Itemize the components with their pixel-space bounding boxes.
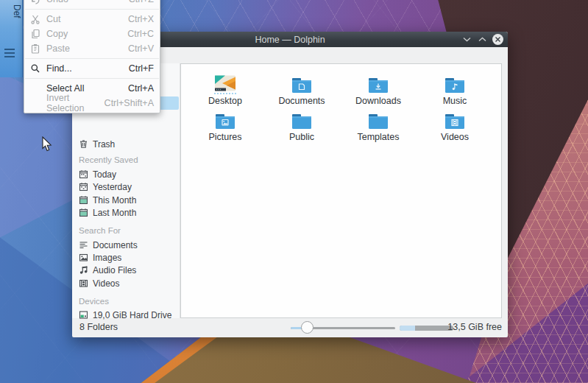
- folder-count: 8 Folders: [79, 322, 118, 332]
- section-devices: Devices: [79, 295, 109, 307]
- place-today[interactable]: Today: [79, 168, 116, 180]
- zoom-slider-handle[interactable]: [301, 321, 314, 334]
- menu-item-copy: Copy Ctrl+C: [24, 27, 160, 41]
- folder-view[interactable]: Desktop Documents Downloads: [180, 63, 502, 318]
- place-this-month[interactable]: This Month: [79, 194, 136, 206]
- folder-label: Desktop: [208, 96, 242, 106]
- item-public[interactable]: Public: [263, 110, 340, 146]
- calendar-icon: [79, 169, 88, 179]
- film-icon: [79, 278, 88, 288]
- menu-separator: [25, 58, 159, 59]
- menu-separator: [25, 78, 159, 79]
- undo-icon: [29, 0, 41, 4]
- folder-grid: Desktop Documents Downloads: [187, 74, 493, 146]
- item-pictures[interactable]: Pictures: [187, 110, 263, 146]
- item-templates[interactable]: Templates: [340, 110, 417, 146]
- free-space: 13,5 GiB free: [447, 322, 502, 332]
- folder-label: Public: [289, 132, 314, 142]
- menu-item-paste: Paste Ctrl+V: [24, 41, 160, 56]
- trash-icon: [79, 139, 88, 149]
- menu-item-find[interactable]: Find... Ctrl+F: [24, 61, 160, 76]
- desktop: Def Home — Dolphin ❯ Home: [0, 0, 588, 383]
- item-downloads[interactable]: Downloads: [340, 74, 417, 110]
- search-images[interactable]: Images: [79, 251, 121, 264]
- menu-item-cut: Cut Ctrl+X: [24, 12, 160, 27]
- place-yesterday[interactable]: Yesterday: [79, 180, 132, 193]
- folder-music-icon: [444, 75, 465, 94]
- item-music[interactable]: Music: [417, 74, 493, 110]
- desktop-folder-icon: [214, 75, 236, 94]
- folder-label: Videos: [441, 132, 469, 142]
- hamburger-icon[interactable]: [4, 49, 15, 60]
- item-desktop[interactable]: Desktop: [187, 74, 263, 110]
- folder-videos-icon: [444, 111, 465, 130]
- folder-label: Templates: [358, 132, 400, 142]
- calendar-month-icon: [79, 208, 88, 217]
- find-icon: [29, 63, 41, 74]
- calendar-icon: [79, 182, 88, 192]
- copy-icon: [29, 29, 41, 39]
- minimize-button[interactable]: [461, 35, 472, 45]
- menu-separator: [25, 9, 159, 10]
- folder-label: Documents: [278, 96, 325, 106]
- place-trash[interactable]: Trash: [79, 138, 115, 150]
- desktop-widget[interactable]: Def: [0, 0, 23, 77]
- mouse-cursor: [42, 136, 52, 155]
- section-recently-saved: Recently Saved: [79, 154, 138, 166]
- calendar-month-icon: [79, 195, 88, 205]
- zoom-slider[interactable]: [291, 327, 395, 329]
- music-note-icon: [79, 265, 88, 275]
- image-icon: [79, 253, 88, 262]
- capacity-bar: [400, 326, 453, 331]
- maximize-button[interactable]: [477, 35, 487, 45]
- section-search-for: Search For: [79, 225, 121, 236]
- folder-documents-icon: [291, 75, 312, 94]
- folder-label: Downloads: [355, 96, 401, 106]
- cut-icon: [29, 14, 41, 24]
- close-button[interactable]: [492, 34, 503, 45]
- item-documents[interactable]: Documents: [263, 74, 340, 110]
- folder-label: Music: [443, 96, 467, 106]
- window-title: Home — Dolphin: [255, 35, 325, 45]
- desktop-widget-label: Def: [0, 4, 22, 15]
- menu-item-invert-selection: Invert Selection Ctrl+Shift+A: [24, 96, 160, 110]
- status-bar: 8 Folders 13,5 GiB free: [72, 318, 508, 337]
- item-videos[interactable]: Videos: [417, 110, 493, 146]
- place-last-month[interactable]: Last Month: [79, 206, 136, 219]
- folder-label: Pictures: [208, 132, 241, 142]
- search-audio-files[interactable]: Audio Files: [79, 264, 136, 276]
- folder-pictures-icon: [215, 111, 235, 130]
- folder-icon: [291, 111, 312, 130]
- folder-icon: [368, 111, 389, 130]
- paste-icon: [29, 43, 41, 54]
- edit-context-menu: Undo Ctrl+Z Cut Ctrl+X Copy Ctrl+C Paste…: [24, 0, 160, 113]
- search-videos[interactable]: Videos: [79, 277, 119, 289]
- folder-downloads-icon: [368, 75, 389, 94]
- menu-item-undo: Undo Ctrl+Z: [24, 0, 160, 7]
- search-documents[interactable]: Documents: [79, 239, 138, 251]
- document-lines-icon: [79, 240, 88, 250]
